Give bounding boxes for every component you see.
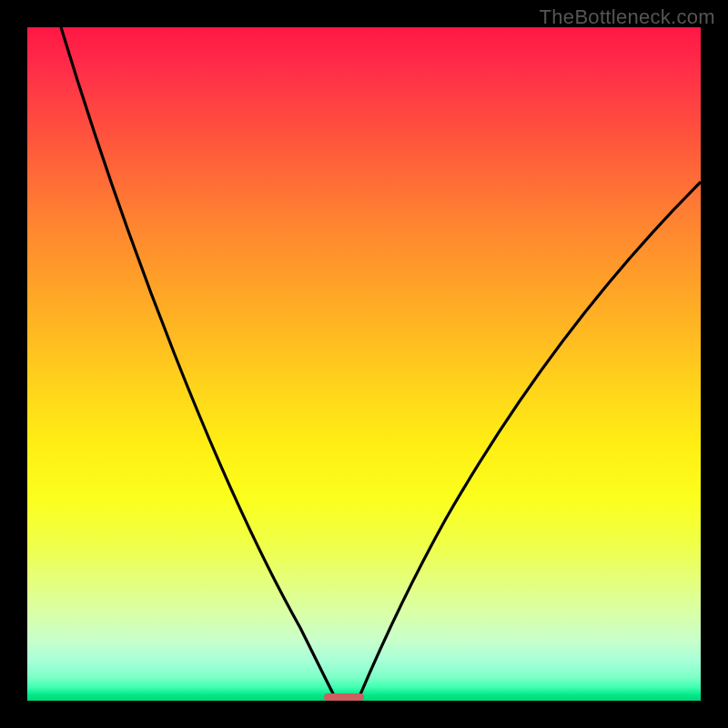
plot-area: [27, 27, 701, 701]
bottleneck-marker: [324, 693, 364, 701]
left-curve: [61, 27, 337, 701]
right-curve: [358, 182, 701, 701]
watermark-link[interactable]: TheBottleneck.com: [540, 5, 715, 29]
curve-layer: [27, 27, 701, 701]
chart-frame: TheBottleneck.com: [0, 0, 728, 728]
